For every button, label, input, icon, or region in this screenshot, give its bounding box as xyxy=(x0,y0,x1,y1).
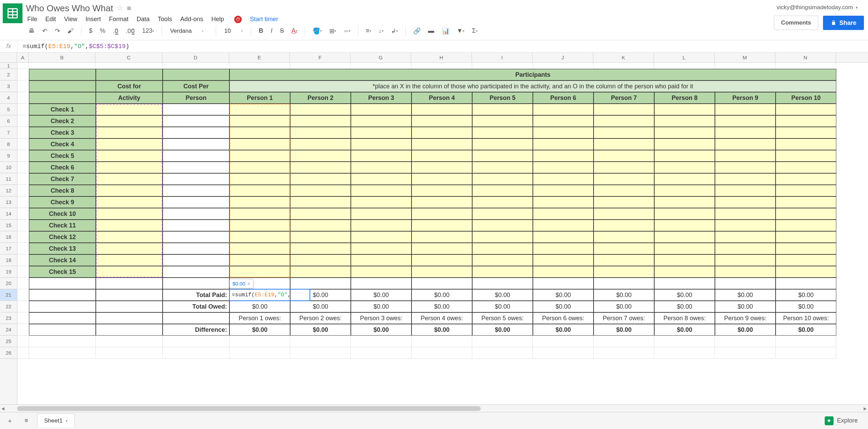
cell[interactable] xyxy=(163,266,229,278)
cell[interactable] xyxy=(290,347,351,359)
cell[interactable] xyxy=(654,63,715,69)
cell[interactable] xyxy=(594,104,654,115)
cell[interactable] xyxy=(472,266,533,278)
cell[interactable] xyxy=(472,220,533,231)
folder-icon[interactable]: ■ xyxy=(127,4,131,13)
cell[interactable]: $0.00 xyxy=(290,301,351,312)
cell[interactable]: Person 7 owes: xyxy=(594,312,654,324)
column-header[interactable]: A xyxy=(17,53,29,62)
cell[interactable]: $0.00 xyxy=(594,301,654,312)
cell[interactable] xyxy=(229,127,290,138)
cell[interactable] xyxy=(96,254,163,266)
cell[interactable] xyxy=(17,138,29,150)
cell[interactable] xyxy=(654,173,715,185)
cell[interactable] xyxy=(776,162,836,173)
cell[interactable] xyxy=(776,138,836,150)
column-header[interactable]: D xyxy=(162,53,229,62)
cell[interactable] xyxy=(654,150,715,162)
cell[interactable] xyxy=(411,63,472,69)
cell[interactable] xyxy=(17,80,29,92)
explore-button[interactable]: ✦ Explore xyxy=(819,413,864,429)
cell[interactable] xyxy=(163,243,229,254)
increase-decimal-icon[interactable]: .00̲ xyxy=(123,25,137,37)
cell[interactable] xyxy=(17,254,29,266)
cell[interactable] xyxy=(776,185,836,196)
cell[interactable] xyxy=(776,266,836,278)
cell[interactable]: *place an X in the column of those who p… xyxy=(229,80,836,92)
cell[interactable] xyxy=(351,266,411,278)
cell[interactable] xyxy=(17,208,29,220)
row-header[interactable]: 2 xyxy=(0,69,17,80)
cell[interactable] xyxy=(654,208,715,220)
redo-icon[interactable]: ↷ xyxy=(52,25,63,37)
cell[interactable] xyxy=(290,185,351,196)
cell[interactable] xyxy=(472,150,533,162)
filter-icon[interactable]: ▼ ▾ xyxy=(454,25,467,36)
sheet-tab[interactable]: Sheet1 ▾ xyxy=(37,414,75,428)
cell[interactable] xyxy=(533,231,594,243)
cell[interactable] xyxy=(654,196,715,208)
cell[interactable] xyxy=(776,278,836,289)
add-sheet-icon[interactable]: ＋ xyxy=(4,415,16,427)
cell[interactable] xyxy=(472,104,533,115)
row-header[interactable]: 25 xyxy=(0,336,17,347)
cell[interactable]: Check 13 xyxy=(29,243,96,254)
cell[interactable]: $0.00 xyxy=(776,324,836,336)
cell[interactable] xyxy=(472,336,533,347)
cell[interactable]: Cost Per xyxy=(163,80,229,92)
cell[interactable] xyxy=(715,243,776,254)
cell[interactable] xyxy=(96,138,163,150)
cell[interactable] xyxy=(594,243,654,254)
cell[interactable]: Check 15 xyxy=(29,266,96,278)
cell[interactable] xyxy=(594,196,654,208)
cell[interactable] xyxy=(594,173,654,185)
cell[interactable] xyxy=(533,266,594,278)
cell[interactable] xyxy=(594,150,654,162)
cell[interactable] xyxy=(290,150,351,162)
cell[interactable] xyxy=(163,220,229,231)
row-header[interactable]: 22 xyxy=(0,301,17,312)
cell[interactable] xyxy=(17,92,29,104)
cell[interactable] xyxy=(290,243,351,254)
cell[interactable] xyxy=(29,301,96,312)
cell[interactable] xyxy=(163,63,229,69)
cell[interactable] xyxy=(351,162,411,173)
cell[interactable] xyxy=(594,347,654,359)
cell[interactable] xyxy=(163,69,229,80)
cell[interactable] xyxy=(715,185,776,196)
cell[interactable] xyxy=(411,150,472,162)
cell[interactable]: $0.00 xyxy=(290,289,351,301)
cell[interactable] xyxy=(411,336,472,347)
row-header[interactable]: 13 xyxy=(0,196,17,208)
cell[interactable]: Total Paid: xyxy=(163,289,229,301)
cell[interactable]: $0.00 xyxy=(351,301,411,312)
cell[interactable] xyxy=(411,278,472,289)
cell[interactable] xyxy=(229,347,290,359)
cell[interactable] xyxy=(290,336,351,347)
cell[interactable] xyxy=(229,104,290,115)
row-header[interactable]: 15 xyxy=(0,220,17,231)
wrap-icon[interactable]: ↲ ▾ xyxy=(388,25,401,37)
percent-icon[interactable]: % xyxy=(97,25,108,36)
cell[interactable] xyxy=(594,162,654,173)
sheets-logo[interactable] xyxy=(3,3,23,23)
row-header[interactable]: 19 xyxy=(0,266,17,278)
borders-icon[interactable]: ⊞ ▾ xyxy=(327,25,339,37)
comment-icon[interactable]: ▬ xyxy=(425,25,437,36)
cell[interactable] xyxy=(96,266,163,278)
cell[interactable] xyxy=(163,231,229,243)
cell[interactable]: $0.00 xyxy=(533,289,594,301)
cell[interactable]: Person 10 xyxy=(776,92,836,104)
cell[interactable]: Person 8 xyxy=(654,92,715,104)
cell[interactable] xyxy=(654,243,715,254)
cell[interactable] xyxy=(290,173,351,185)
cell[interactable] xyxy=(163,150,229,162)
column-header[interactable]: B xyxy=(29,53,95,62)
row-header[interactable]: 20 xyxy=(0,278,17,289)
cell[interactable] xyxy=(776,127,836,138)
cell[interactable] xyxy=(96,196,163,208)
cell[interactable]: $0.00 xyxy=(229,324,290,336)
cell[interactable] xyxy=(533,173,594,185)
cell[interactable] xyxy=(594,220,654,231)
cell[interactable]: $0.00 xyxy=(654,324,715,336)
